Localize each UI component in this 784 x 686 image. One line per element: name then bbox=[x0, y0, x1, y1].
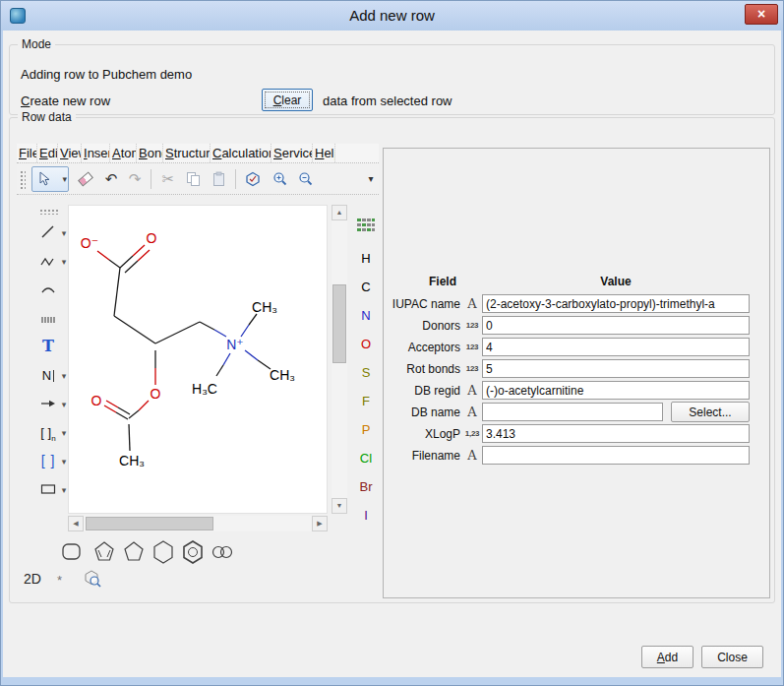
create-new-row-label: Create new row bbox=[21, 94, 110, 108]
template-benzene-button[interactable] bbox=[179, 539, 207, 565]
structure-canvas[interactable]: O⁻ O CH₃ N⁺ CH₃ H₃C O O CH₃ bbox=[68, 205, 328, 514]
rounded-ring-icon bbox=[58, 539, 86, 565]
element-button-i[interactable]: I bbox=[354, 506, 378, 526]
template-fused-rings-button[interactable] bbox=[209, 539, 236, 565]
hatch-tool-button[interactable] bbox=[35, 306, 61, 330]
horizontal-scrollbar-thumb[interactable] bbox=[86, 517, 213, 530]
rectangle-icon bbox=[39, 480, 57, 498]
close-button[interactable]: Close bbox=[701, 646, 763, 668]
field-row-db-regid: DB regid A bbox=[388, 381, 767, 401]
menu-item-file[interactable]: File bbox=[17, 144, 37, 162]
db-name-input[interactable] bbox=[482, 403, 663, 421]
xlogp-input[interactable] bbox=[482, 424, 750, 443]
chain-icon bbox=[39, 252, 57, 270]
rot-bonds-input[interactable] bbox=[482, 359, 750, 378]
iupac-name-input[interactable] bbox=[482, 294, 750, 313]
redo-icon: ↷ bbox=[129, 170, 142, 187]
scroll-down-icon[interactable]: ▼ bbox=[332, 498, 347, 514]
check-structure-button[interactable] bbox=[241, 167, 265, 191]
zoom-in-button[interactable] bbox=[269, 167, 292, 191]
atom-label-tool-button[interactable]: N bbox=[35, 363, 61, 387]
dialog-body: Mode Adding row to Pubchem demo Create n… bbox=[3, 31, 781, 677]
number-type-icon: 123 bbox=[462, 318, 482, 334]
rectangle-tool-button[interactable] bbox=[35, 477, 61, 501]
clear-button[interactable]: Clear bbox=[262, 89, 313, 111]
scroll-left-icon[interactable]: ◀ bbox=[68, 516, 84, 531]
repeat-group-tool-button[interactable]: [ ]n bbox=[35, 420, 61, 444]
mode-status-text: Adding row to Pubchem demo bbox=[21, 67, 192, 82]
menu-item-structure[interactable]: Structure bbox=[163, 144, 211, 162]
dimension-toggle[interactable]: 2D bbox=[24, 571, 41, 587]
titlebar[interactable]: Add new row × bbox=[1, 1, 783, 31]
template-cyclopentane-button[interactable] bbox=[120, 539, 148, 565]
element-button-h[interactable]: H bbox=[354, 249, 378, 269]
bond-tool-button[interactable] bbox=[35, 220, 61, 244]
menu-item-help[interactable]: Help bbox=[313, 144, 335, 162]
menu-item-view[interactable]: View bbox=[58, 144, 82, 162]
element-button-br[interactable]: Br bbox=[354, 477, 378, 497]
field-row-iupac-name: IUPAC name A bbox=[388, 294, 767, 314]
arc-tool-button[interactable] bbox=[35, 278, 61, 301]
redo-button[interactable]: ↷ bbox=[123, 167, 147, 191]
arrow-tool-button[interactable] bbox=[35, 392, 61, 415]
atom-label: CH₃ bbox=[119, 453, 145, 468]
close-icon[interactable]: × bbox=[745, 4, 778, 25]
atom-label: O bbox=[91, 393, 102, 408]
donors-input[interactable] bbox=[482, 316, 750, 335]
toolbar-separator bbox=[235, 169, 236, 189]
element-button-o[interactable]: O bbox=[354, 335, 378, 354]
sketch-toolbar: ▾ ↶ ↷ ✂ bbox=[17, 164, 379, 195]
eraser-icon bbox=[78, 171, 93, 186]
vertical-scrollbar[interactable]: ▲ ▼ bbox=[332, 205, 347, 514]
eraser-button[interactable] bbox=[74, 167, 97, 191]
field-row-donors: Donors 123 bbox=[388, 316, 767, 336]
menu-item-insert[interactable]: Insert bbox=[82, 144, 110, 162]
menu-item-edit[interactable]: Edit bbox=[37, 144, 58, 162]
acceptors-input[interactable] bbox=[482, 338, 750, 356]
text-tool-icon: T bbox=[42, 337, 54, 355]
template-ring-button-1[interactable] bbox=[58, 539, 86, 565]
periodic-table-button[interactable] bbox=[356, 217, 376, 234]
structure-check-status-button[interactable] bbox=[83, 569, 102, 589]
menu-item-bond[interactable]: Bond bbox=[137, 144, 163, 162]
menu-item-calculations[interactable]: Calculations bbox=[211, 144, 271, 162]
bracket-n-icon: [ ] bbox=[40, 425, 51, 440]
bracket-tool-button[interactable]: [ ] bbox=[35, 449, 61, 472]
palette-grip[interactable] bbox=[39, 209, 59, 215]
element-button-p[interactable]: P bbox=[354, 420, 378, 440]
cut-button[interactable]: ✂ bbox=[156, 167, 180, 191]
menu-item-atom[interactable]: Atom bbox=[110, 144, 137, 162]
undo-button[interactable]: ↶ bbox=[99, 167, 123, 191]
element-button-s[interactable]: S bbox=[354, 363, 378, 383]
zoom-out-button[interactable] bbox=[294, 167, 318, 191]
vertical-scrollbar-thumb[interactable] bbox=[332, 284, 346, 363]
horizontal-scrollbar[interactable]: ◀ ▶ bbox=[68, 516, 328, 531]
toolbar-grip[interactable] bbox=[20, 170, 26, 189]
select-tool-button[interactable]: ▾ bbox=[31, 166, 69, 192]
element-button-cl[interactable]: Cl bbox=[354, 449, 378, 468]
decimal-type-icon: 1,23 bbox=[462, 426, 482, 442]
element-button-f[interactable]: F bbox=[354, 392, 378, 411]
menu-item-services[interactable]: Services bbox=[271, 144, 313, 162]
chain-tool-button[interactable] bbox=[35, 249, 61, 273]
template-cyclopentadiene-button[interactable] bbox=[90, 539, 118, 565]
atom-label: H₃C bbox=[192, 381, 217, 397]
fields-panel: Field Value IUPAC name A Donors 123 Acce… bbox=[383, 148, 770, 598]
paste-button[interactable] bbox=[208, 167, 231, 191]
sketcher-menubar: File Edit View Insert Atom Bond Structur… bbox=[17, 144, 379, 163]
element-button-c[interactable]: C bbox=[354, 278, 378, 297]
filename-input[interactable] bbox=[482, 446, 750, 465]
single-bond-icon bbox=[39, 223, 57, 241]
toolbar-overflow-button[interactable]: ▾ bbox=[359, 167, 383, 191]
add-button[interactable]: Add bbox=[641, 646, 694, 668]
db-regid-input[interactable] bbox=[482, 381, 750, 400]
select-db-button[interactable]: Select... bbox=[671, 402, 750, 422]
template-cyclohexane-button[interactable] bbox=[150, 539, 177, 565]
scroll-right-icon[interactable]: ▶ bbox=[312, 516, 328, 531]
atom-label: N⁺ bbox=[226, 337, 244, 352]
element-button-n[interactable]: N bbox=[354, 306, 378, 326]
cyclohexane-icon bbox=[150, 539, 177, 565]
text-tool-button[interactable]: T bbox=[35, 335, 61, 358]
copy-button[interactable] bbox=[182, 167, 206, 191]
scroll-up-icon[interactable]: ▲ bbox=[332, 205, 347, 220]
